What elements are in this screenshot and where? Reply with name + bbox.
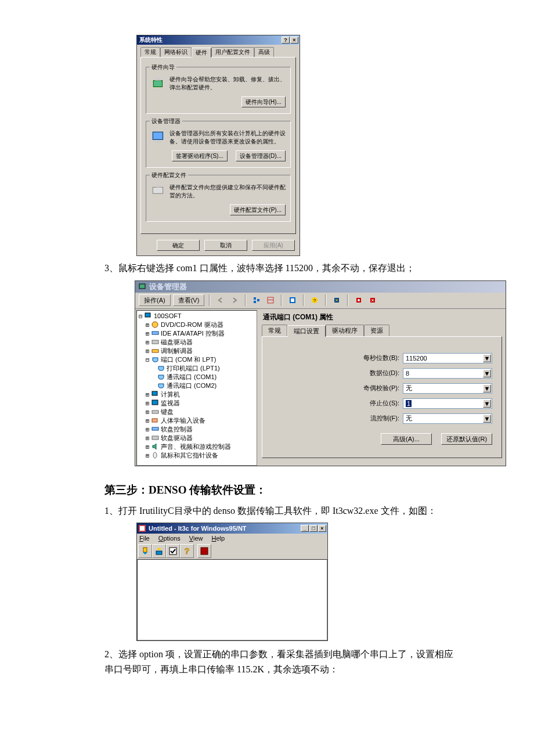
svg-rect-5 <box>156 185 161 187</box>
tab-hardware[interactable]: 硬件 <box>192 48 211 57</box>
device-manager-button[interactable]: 设备管理器(D)... <box>236 150 286 161</box>
cancel-button[interactable]: 取消 <box>204 240 247 251</box>
tab-network[interactable]: 网络标识 <box>160 47 192 57</box>
tree-item[interactable]: 键盘 <box>160 408 174 416</box>
tree-item[interactable]: 打印机端口 (LPT1) <box>165 364 220 373</box>
svg-rect-7 <box>254 297 256 300</box>
tab-advanced[interactable]: 高级 <box>254 47 274 57</box>
com1-tab-driver[interactable]: 驱动程序 <box>326 325 364 336</box>
chevron-down-icon[interactable]: ▼ <box>483 399 491 408</box>
sign-driver-button[interactable]: 签署驱动程序(S)... <box>172 150 228 161</box>
tool-help-icon[interactable]: ? <box>180 544 194 558</box>
hw-profile-button[interactable]: 硬件配置文件(P)... <box>230 204 286 215</box>
hardware-wizard-button[interactable]: 硬件向导(H)... <box>241 96 286 107</box>
refresh-icon[interactable] <box>331 294 342 306</box>
flow-combo[interactable]: 无▼ <box>403 413 492 424</box>
chevron-down-icon[interactable]: ▼ <box>483 369 491 377</box>
tree-com1[interactable]: 通讯端口 (COM1) <box>165 373 217 381</box>
tool-upload-icon[interactable] <box>152 544 166 558</box>
com1-tab-resource[interactable]: 资源 <box>364 325 389 336</box>
menu-help[interactable]: Help <box>212 535 225 542</box>
svg-rect-11 <box>268 300 273 300</box>
menu-file[interactable]: File <box>139 535 150 542</box>
device-manager-window: 设备管理器 操作(A) 查看(V) ? ⊟100SOFT ⊞DVD/CD-ROM… <box>135 280 506 466</box>
tool-stop-icon[interactable] <box>197 544 211 558</box>
bps-label: 每秒位数(B): <box>363 354 399 362</box>
tab-general[interactable]: 常规 <box>140 47 160 57</box>
ok-button[interactable]: 确定 <box>157 240 200 251</box>
step-3-text: 3、鼠标右键选择 com1 口属性，波特率选择 115200，其余不动，保存退出… <box>104 261 505 276</box>
tab-body: 硬件向导会帮助您安装、卸载、修复、拔出、弹出和配置硬件。 硬件向导(H)... … <box>140 57 296 234</box>
tree-item[interactable]: 调制解调器 <box>160 347 193 355</box>
menu-options[interactable]: Options <box>158 535 181 542</box>
uninstall-icon[interactable] <box>353 294 365 306</box>
help-toolbar-icon[interactable]: ? <box>309 294 320 306</box>
svg-rect-30 <box>152 436 158 440</box>
chevron-down-icon[interactable]: ▼ <box>483 415 491 423</box>
tree-item[interactable]: 监视器 <box>160 399 180 408</box>
svg-rect-25 <box>152 391 157 395</box>
hw-profile-desc: 硬件配置文件向您提供建立和保存不同硬件配置的方法。 <box>169 183 286 200</box>
tree-item[interactable]: 磁盘驱动器 <box>160 338 193 347</box>
it3c-client-area <box>137 559 327 640</box>
it3c-menubar[interactable]: File Options View Help <box>137 534 327 543</box>
chevron-down-icon[interactable]: ▼ <box>483 354 491 362</box>
com1-tab-port[interactable]: 端口设置 <box>287 325 326 337</box>
tree-item[interactable]: 通讯端口 (COM2) <box>165 381 217 390</box>
tool-check-icon[interactable] <box>166 544 180 558</box>
close-icon[interactable]: × <box>290 37 298 44</box>
databits-combo[interactable]: 8▼ <box>403 368 492 379</box>
menu-view[interactable]: 查看(V) <box>173 294 205 306</box>
stopbits-label: 停止位(S): <box>370 399 399 408</box>
minimize-icon[interactable]: _ <box>301 525 309 532</box>
svg-rect-6 <box>139 284 145 289</box>
restore-defaults-button[interactable]: 还原默认值(R) <box>441 433 492 445</box>
com1-tabs: 常规 端口设置 驱动程序 资源 <box>262 325 502 336</box>
bps-combo[interactable]: 115200▼ <box>403 353 492 363</box>
list-view-icon[interactable] <box>265 294 276 306</box>
menu-action[interactable]: 操作(A) <box>139 294 171 306</box>
svg-rect-35 <box>156 551 162 555</box>
tab-strip: 常规 网络标识 硬件 用户配置文件 高级 <box>140 47 296 57</box>
tab-userprofile[interactable]: 用户配置文件 <box>211 47 254 57</box>
svg-rect-3 <box>155 141 161 143</box>
computer-root-icon <box>144 312 153 320</box>
devmgr-titlebar[interactable]: 设备管理器 <box>135 281 506 293</box>
advanced-button[interactable]: 高级(A)... <box>381 433 432 445</box>
close-icon[interactable]: × <box>318 525 326 532</box>
parity-combo[interactable]: 无▼ <box>403 383 492 394</box>
scan-icon[interactable] <box>367 294 378 306</box>
tree-item[interactable]: 软盘驱动器 <box>160 434 193 442</box>
tree-item[interactable]: IDE ATA/ATAPI 控制器 <box>160 329 225 338</box>
com1-tab-general[interactable]: 常规 <box>262 325 287 336</box>
menu-view[interactable]: View <box>189 535 203 542</box>
maximize-icon[interactable]: □ <box>309 525 317 532</box>
chevron-down-icon[interactable]: ▼ <box>483 384 491 393</box>
hardware-wizard-desc: 硬件向导会帮助您安装、卸载、修复、拔出、弹出和配置硬件。 <box>169 75 286 92</box>
tree-item[interactable]: DVD/CD-ROM 驱动器 <box>160 321 223 329</box>
dialog-titlebar[interactable]: 系统特性 ? × <box>137 35 300 45</box>
tree-item[interactable]: 计算机 <box>160 390 180 399</box>
tree-item[interactable]: 软盘控制器 <box>160 425 193 434</box>
it3c-titlebar[interactable]: Untitled - It3c for Windows95/NT _ □ × <box>137 523 327 534</box>
tree-item[interactable]: 声音、视频和游戏控制器 <box>160 442 231 451</box>
svg-rect-9 <box>257 299 259 301</box>
dvd-icon <box>151 321 160 329</box>
svg-rect-24 <box>152 350 158 352</box>
computer-icon <box>151 391 160 398</box>
help-icon[interactable]: ? <box>282 37 290 44</box>
tree-item[interactable]: 人体学输入设备 <box>160 416 205 425</box>
svg-rect-27 <box>152 411 158 413</box>
properties-icon[interactable] <box>287 294 298 306</box>
para-1: 1、打开 IrutilityC目录中的 denso 数据传输工具软件，即 It3… <box>104 503 453 519</box>
stopbits-combo[interactable]: 1▼ <box>403 398 492 409</box>
back-icon[interactable] <box>215 294 226 306</box>
tool-download-icon[interactable] <box>138 544 152 558</box>
forward-icon[interactable] <box>229 294 240 306</box>
devmgr-title: 设备管理器 <box>149 282 187 292</box>
tree-item[interactable]: 鼠标和其它指针设备 <box>160 451 218 460</box>
tree-root[interactable]: 100SOFT <box>153 312 182 319</box>
tree-view-icon[interactable] <box>251 294 262 306</box>
tree-item[interactable]: 端口 (COM 和 LPT) <box>160 355 216 364</box>
device-tree[interactable]: ⊟100SOFT ⊞DVD/CD-ROM 驱动器 ⊞IDE ATA/ATAPI … <box>136 310 257 466</box>
